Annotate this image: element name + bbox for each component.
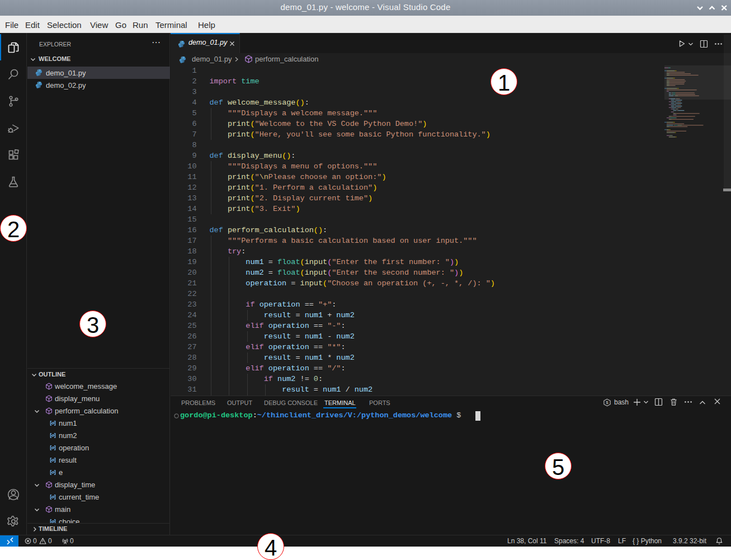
svg-text:$: $ — [606, 400, 609, 405]
